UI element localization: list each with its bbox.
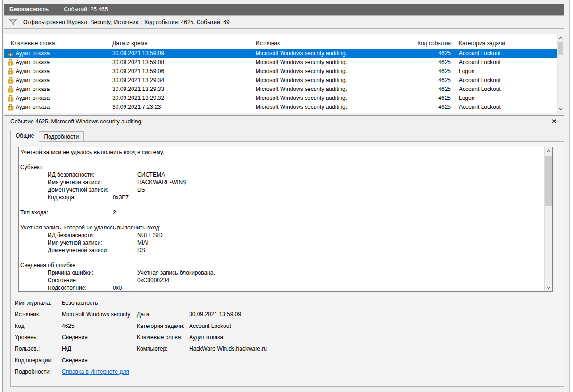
description-label: ИД безопасности: xyxy=(48,231,94,239)
column-divider[interactable] xyxy=(352,39,352,48)
event-row[interactable]: Аудит отказа30.09.2021 13:59:09Microsoft… xyxy=(4,49,558,58)
detail-value: Сведения xyxy=(62,355,88,366)
description-value: 0x3E7 xyxy=(113,194,129,201)
column-header-source[interactable]: Источник xyxy=(256,38,352,49)
column-divider[interactable] xyxy=(109,39,109,48)
cell-datetime: 30.09.2021 13:59:06 xyxy=(112,67,251,76)
scrollbar-up-button[interactable] xyxy=(545,147,552,154)
detail-label: Код xyxy=(15,320,24,332)
description-value: 0x0 xyxy=(113,284,122,292)
detail-label: Уровень: xyxy=(15,332,38,343)
log-titlebar: Безопасность Событий: 25 465 xyxy=(4,4,564,15)
detail-tabs: Общие Подробности xyxy=(10,130,84,142)
partial-event-row[interactable] xyxy=(4,112,558,113)
detail-value: 4625 xyxy=(62,320,75,332)
event-row[interactable]: Аудит отказа30.09.2021 13:59:08Microsoft… xyxy=(4,58,558,67)
detail-value: Account Lockout xyxy=(189,320,231,332)
events-list-scrollbar[interactable] xyxy=(557,34,564,113)
description-label: Имя учетной записи: xyxy=(48,239,102,246)
description-line: Субъект: xyxy=(19,163,542,171)
events-table: Ключевые слова Дата и время Источник Код… xyxy=(4,34,564,113)
description-line: Подсостояние:0x0 xyxy=(19,284,542,292)
event-row[interactable]: Аудит отказа30.09.2021 13:29:33Microsoft… xyxy=(4,85,558,94)
cell-event-id: 4625 xyxy=(355,58,451,67)
column-header-datetime[interactable]: Дата и время xyxy=(112,38,251,49)
description-value: СИСТЕМА xyxy=(137,171,165,179)
cell-keywords: Аудит отказа xyxy=(16,49,108,58)
column-divider[interactable] xyxy=(253,39,253,48)
online-help-link[interactable]: Справка в Интернете для xyxy=(62,368,129,375)
description-line: Тип входа:2 xyxy=(19,209,542,216)
description-line: Сведения об ошибке: xyxy=(19,261,542,269)
event-description-box: Учетной записи не удалось выполнить вход… xyxy=(18,147,553,292)
description-label: Состояние: xyxy=(48,277,77,284)
description-line: Состояние:0xC0000234 xyxy=(19,277,542,284)
column-header-category[interactable]: Категория задачи xyxy=(459,38,553,49)
description-scrollbar[interactable] xyxy=(544,147,552,291)
cell-keywords: Аудит отказа xyxy=(16,58,108,67)
description-line: Учетной записи не удалось выполнить вход… xyxy=(19,148,542,156)
event-viewer-panel: Безопасность Событий: 25 465 Отфильтрова… xyxy=(0,0,573,392)
description-value: 2 xyxy=(113,209,116,216)
tab-details[interactable]: Подробности xyxy=(39,131,84,142)
description-line xyxy=(19,254,542,261)
event-details-grid: Имя журнала:БезопасностьИсточник:Microso… xyxy=(11,297,565,386)
tab-general[interactable]: Общие xyxy=(10,130,39,142)
filter-summary-text: Отфильтровано:Журнал: Security; Источник… xyxy=(23,19,230,25)
detail-value: 30.09.2021 13:59:09 xyxy=(189,309,241,320)
cell-event-id: 4625 xyxy=(355,49,451,58)
cell-category: Account Lockout xyxy=(459,76,553,85)
scrollbar-down-button[interactable] xyxy=(545,284,552,291)
cell-datetime: 30.09.2021 13:29:33 xyxy=(112,85,251,94)
event-row[interactable]: Аудит отказа30.09.2021 7:23:23Microsoft … xyxy=(4,103,558,112)
cell-category: Account Lockout xyxy=(459,58,553,67)
event-row[interactable]: Аудит отказа30.09.2021 13:59:06Microsoft… xyxy=(4,67,558,76)
events-table-body: Аудит отказа30.09.2021 13:59:09Microsoft… xyxy=(4,49,558,113)
description-line xyxy=(19,201,542,209)
cell-keywords: Аудит отказа xyxy=(16,103,108,112)
event-detail-header: Событие 4625, Microsoft Windows security… xyxy=(4,115,564,127)
scrollbar-thumb[interactable] xyxy=(545,156,552,206)
detail-row: Уровень:СведенияКлючевые слова:Аудит отк… xyxy=(11,332,565,343)
cell-source: Microsoft Windows security auditing. xyxy=(256,67,352,76)
cell-event-id: 4625 xyxy=(355,85,451,94)
detail-label: Ключевые слова: xyxy=(137,332,183,343)
description-line: ИД безопасности:NULL SID xyxy=(19,231,542,239)
left-splitter[interactable] xyxy=(0,0,3,392)
event-row[interactable]: Аудит отказа30.09.2021 13:29:34Microsoft… xyxy=(4,76,558,85)
description-label: Домен учетной записи: xyxy=(48,186,108,194)
cell-datetime: 30.09.2021 13:29:34 xyxy=(112,76,251,85)
cell-event-id: 4625 xyxy=(355,67,451,76)
filter-funnel-icon xyxy=(9,18,17,26)
detail-value: Аудит отказа xyxy=(189,332,223,343)
detail-row: Источник:Microsoft Windows securityДата:… xyxy=(11,309,565,320)
cell-datetime: 30.09.2021 7:23:23 xyxy=(112,103,251,112)
log-title: Безопасность xyxy=(9,6,49,13)
description-line xyxy=(19,216,542,224)
description-value: 0xC0000234 xyxy=(137,277,169,284)
detail-label: Пользов.: xyxy=(15,343,40,354)
description-line: Код входа:0x3E7 xyxy=(19,194,542,201)
description-line: Домен учетной записи:DS xyxy=(19,186,542,194)
description-line: Имя учетной записи:HACKWARE-WIN$ xyxy=(19,179,542,186)
scrollbar-down-button[interactable] xyxy=(558,106,564,113)
event-row[interactable]: Аудит отказа30.09.2021 13:29:32Microsoft… xyxy=(4,94,558,103)
cell-source: Microsoft Windows security auditing. xyxy=(256,58,352,67)
detail-label: Подробности: xyxy=(15,366,51,377)
description-label: Код входа: xyxy=(48,194,75,201)
cell-datetime: 30.09.2021 13:59:08 xyxy=(112,58,251,67)
security-log-view: Безопасность Событий: 25 465 Отфильтрова… xyxy=(4,0,564,387)
column-header-keywords[interactable]: Ключевые слова xyxy=(11,38,105,49)
right-splitter[interactable] xyxy=(569,0,573,392)
cell-event-id: 4625 xyxy=(355,94,451,103)
close-icon[interactable]: ✕ xyxy=(550,117,558,126)
column-divider[interactable] xyxy=(456,39,456,48)
description-line: Причина ошибки:Учетная запись блокирован… xyxy=(19,269,542,277)
description-text: Тип входа: xyxy=(20,209,48,216)
cell-category: Account Lockout xyxy=(459,49,553,58)
scrollbar-thumb[interactable] xyxy=(558,42,563,55)
column-header-event-id[interactable]: Код события xyxy=(355,38,451,49)
scrollbar-up-button[interactable] xyxy=(558,34,564,41)
description-line: ИД безопасности:СИСТЕМА xyxy=(19,171,542,179)
cell-category: Logon xyxy=(459,94,553,103)
